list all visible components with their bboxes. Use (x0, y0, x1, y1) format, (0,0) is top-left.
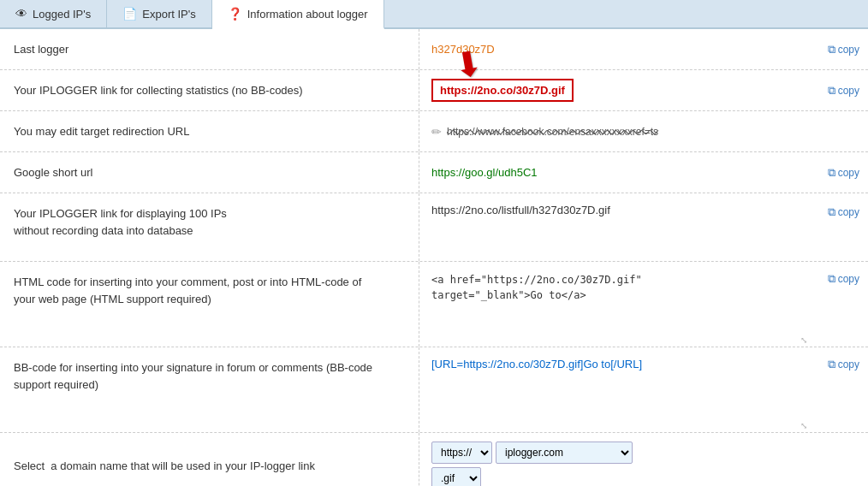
row-edit-redirect: You may edit target redirection URL ✏ ht… (0, 111, 868, 152)
value-google-short: https://goo.gl/udh5C1 (419, 152, 819, 193)
last-logger-value: h327d30z7D (431, 43, 495, 56)
value-wrap-edit-redirect: ✏ https://www.facebook.com/ensaxxxxxxxxr… (419, 111, 868, 151)
copy-iplogger-link[interactable]: ⧉ copy (828, 84, 859, 98)
copy-google-short[interactable]: ⧉ copy (828, 166, 859, 180)
google-short-value: https://goo.gl/udh5C1 (431, 166, 538, 179)
tab-logged-ips-label: Logged IP's (33, 8, 91, 21)
copy-icon-3: ⧉ (828, 166, 835, 180)
tab-bar: 👁 Logged IP's 📄 Export IP's ❓ Informatio… (0, 0, 868, 29)
copy-html-code[interactable]: ⧉ copy (828, 272, 859, 286)
copy-icon-6: ⧉ (828, 358, 835, 371)
value-last-logger: h327d30z7D (419, 29, 819, 69)
copy-cell-last-logger: ⧉ copy (819, 29, 868, 69)
copy-icon-4: ⧉ (828, 205, 835, 219)
row-google-short: Google short url https://goo.gl/udh5C1 ⧉… (0, 152, 868, 193)
tab-export-ips[interactable]: 📄 Export IP's (107, 0, 211, 27)
resize-handle-2[interactable]: ⤡ (800, 421, 807, 430)
label-display-100: Your IPLOGGER link for displaying 100 IP… (0, 193, 419, 261)
value-wrap-html-code: <a href="https://2no.co/30z7D.gif"target… (419, 262, 868, 347)
label-domain-select: Select a domain name that will be used i… (0, 433, 419, 486)
ext-select[interactable]: .gif .png .jpg (431, 467, 481, 486)
copy-cell-display-100: ⧉ copy (819, 193, 868, 261)
copy-display-100[interactable]: ⧉ copy (828, 205, 859, 219)
value-wrap-domain-select: https:// http:// iplogger.com 2no.co ipl… (419, 433, 868, 486)
value-edit-redirect: ✏ https://www.facebook.com/ensaxxxxxxxxr… (419, 111, 868, 151)
label-html-code: HTML code for inserting into your commen… (0, 262, 419, 347)
main-content: Last logger h327d30z7D ⧉ copy Your IPLOG… (0, 29, 868, 486)
label-display-100-text: Your IPLOGGER link for displaying 100 IP… (14, 205, 227, 239)
select-row-2: .gif .png .jpg (431, 467, 633, 486)
protocol-select[interactable]: https:// http:// (431, 442, 492, 464)
value-iplogger-link: ⬇ https://2no.co/30z7D.gif (419, 70, 819, 110)
iplogger-link-value[interactable]: https://2no.co/30z7D.gif (431, 79, 574, 102)
eye-icon: 👁 (15, 7, 27, 21)
value-wrap-iplogger-link: ⬇ https://2no.co/30z7D.gif ⧉ copy (419, 70, 868, 110)
value-wrap-display-100: https://2no.co/listfull/h327d30z7D.gif ⧉… (419, 193, 868, 261)
row-display-100: Your IPLOGGER link for displaying 100 IP… (0, 193, 868, 262)
tab-logged-ips[interactable]: 👁 Logged IP's (0, 0, 107, 27)
value-bb-code: [URL=https://2no.co/30z7D.gif]Go to[/URL… (419, 347, 819, 432)
copy-icon-5: ⧉ (828, 272, 835, 286)
copy-label-last-logger: copy (838, 44, 859, 56)
copy-cell-html-code: ⧉ copy (819, 262, 868, 347)
tab-export-ips-label: Export IP's (142, 8, 195, 21)
row-iplogger-link: Your IPLOGGER link for collecting statis… (0, 70, 868, 111)
pencil-icon: ✏ (431, 125, 442, 139)
copy-label-html-code: copy (838, 273, 859, 285)
label-edit-redirect: You may edit target redirection URL (0, 111, 419, 151)
copy-label-bb-code: copy (838, 359, 859, 370)
copy-last-logger[interactable]: ⧉ copy (828, 43, 859, 56)
copy-label-google-short: copy (838, 167, 859, 179)
info-icon: ❓ (228, 7, 242, 21)
redirect-url-value[interactable]: https://www.facebook.com/ensaxxxxxxxxref… (447, 126, 658, 138)
select-row-1: https:// http:// iplogger.com 2no.co ipl… (431, 442, 633, 464)
value-display-100: https://2no.co/listfull/h327d30z7D.gif (419, 193, 819, 261)
value-wrap-google-short: https://goo.gl/udh5C1 ⧉ copy (419, 152, 868, 193)
export-icon: 📄 (122, 7, 137, 21)
select-group: https:// http:// iplogger.com 2no.co ipl… (431, 442, 633, 486)
copy-cell-iplogger-link: ⧉ copy (819, 70, 868, 110)
copy-icon: ⧉ (828, 43, 835, 56)
value-html-code: <a href="https://2no.co/30z7D.gif"target… (419, 262, 819, 347)
label-iplogger-link: Your IPLOGGER link for collecting statis… (0, 70, 419, 110)
domain-name-select[interactable]: iplogger.com 2no.co iplogger.org (496, 442, 633, 464)
label-bb-code-text: BB-code for inserting into your signatur… (14, 359, 372, 393)
value-wrap-last-logger: h327d30z7D ⧉ copy (419, 29, 868, 69)
copy-label-display-100: copy (838, 206, 859, 218)
label-google-short: Google short url (0, 152, 419, 193)
copy-cell-google-short: ⧉ copy (819, 152, 868, 193)
tab-info-logger-label: Information about logger (247, 8, 368, 21)
html-code-value: <a href="https://2no.co/30z7D.gif"target… (431, 272, 642, 303)
label-bb-code: BB-code for inserting into your signatur… (0, 347, 419, 432)
row-bb-code: BB-code for inserting into your signatur… (0, 347, 868, 433)
row-domain-select: Select a domain name that will be used i… (0, 433, 868, 486)
copy-icon-2: ⧉ (828, 84, 835, 98)
row-last-logger: Last logger h327d30z7D ⧉ copy (0, 29, 868, 70)
copy-label-iplogger-link: copy (838, 85, 859, 97)
label-last-logger: Last logger (0, 29, 419, 69)
value-wrap-bb-code: [URL=https://2no.co/30z7D.gif]Go to[/URL… (419, 347, 868, 432)
label-html-code-text: HTML code for inserting into your commen… (14, 274, 361, 307)
row-html-code: HTML code for inserting into your commen… (0, 262, 868, 347)
copy-bb-code[interactable]: ⧉ copy (828, 358, 859, 371)
tab-info-logger[interactable]: ❓ Information about logger (212, 0, 384, 29)
copy-cell-bb-code: ⧉ copy (819, 347, 868, 432)
display-100-value: https://2no.co/listfull/h327d30z7D.gif (431, 204, 610, 216)
label-domain-select-text: Select a domain name that will be used i… (14, 459, 315, 472)
bb-code-value: [URL=https://2no.co/30z7D.gif]Go to[/URL… (431, 358, 642, 370)
value-domain-select: https:// http:// iplogger.com 2no.co ipl… (419, 433, 868, 486)
resize-handle[interactable]: ⤡ (800, 335, 807, 345)
